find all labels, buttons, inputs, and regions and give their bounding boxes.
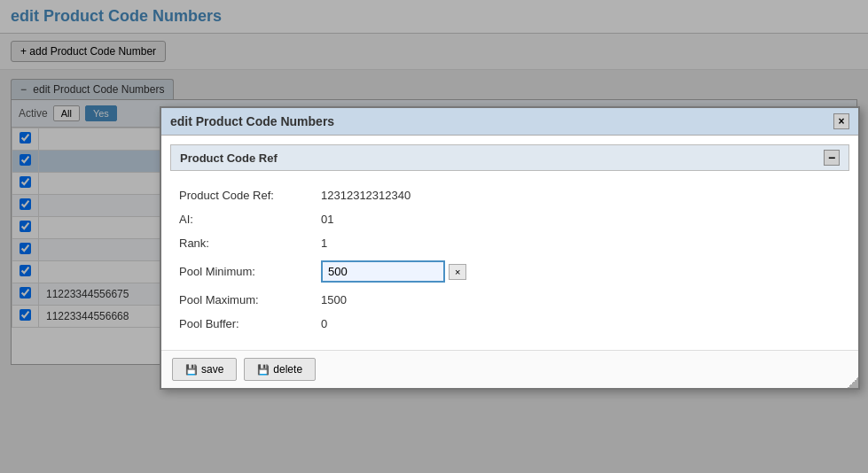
modal-close-button[interactable]: × [833,113,849,129]
pool-minimum-input-container: × [321,260,466,283]
field-label-ai: AI: [179,213,321,226]
delete-icon: 💾 [257,364,270,375]
field-row-ai: AI: 01 [179,213,841,226]
field-value-pool-maximum: 1500 [321,293,347,306]
modal-body: Product Code Ref: 12312312312340 AI: 01 … [161,180,858,350]
save-icon: 💾 [185,364,198,375]
modal-section-title: Product Code Ref [180,151,278,165]
modal-section-header: Product Code Ref − [170,144,849,171]
field-value-pool-buffer: 0 [321,317,327,330]
field-label-product-code-ref: Product Code Ref: [179,189,321,202]
pool-minimum-input[interactable] [321,260,445,283]
field-value-product-code-ref: 12312312312340 [321,189,411,202]
field-row-pool-minimum: Pool Minimum: × [179,260,841,283]
delete-label: delete [273,363,302,374]
modal-dialog: edit Product Code Numbers × Product Code… [160,106,860,374]
field-row-pool-buffer: Pool Buffer: 0 [179,317,841,330]
save-button[interactable]: 💾 save [172,358,237,374]
field-value-rank: 1 [321,237,327,250]
field-row-product-code-ref: Product Code Ref: 12312312312340 [179,189,841,202]
field-row-pool-maximum: Pool Maximum: 1500 [179,293,841,306]
modal-overlay: edit Product Code Numbers × Product Code… [0,0,868,374]
modal-footer: 💾 save 💾 delete [161,350,858,374]
delete-button[interactable]: 💾 delete [244,358,316,374]
modal-title: edit Product Code Numbers [170,114,334,128]
field-row-rank: Rank: 1 [179,237,841,250]
field-label-pool-buffer: Pool Buffer: [179,317,321,330]
field-label-rank: Rank: [179,237,321,250]
save-label: save [201,363,223,374]
pool-minimum-clear-button[interactable]: × [449,264,466,280]
field-label-pool-minimum: Pool Minimum: [179,265,321,278]
field-value-ai: 01 [321,213,333,226]
field-label-pool-maximum: Pool Maximum: [179,293,321,306]
modal-header: edit Product Code Numbers × [161,108,858,136]
collapse-section-button[interactable]: − [824,150,840,166]
